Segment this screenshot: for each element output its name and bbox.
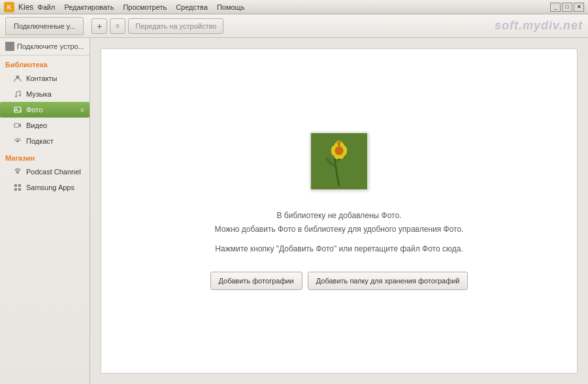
podcast-channel-label: Podcast Channel: [26, 168, 81, 176]
add-button[interactable]: +: [91, 18, 107, 34]
content-hint: Нажмите кнопку "Добавить Фото" или перет…: [215, 242, 464, 255]
contacts-label: Контакты: [26, 74, 57, 82]
content-text: В библиотеку не добавлены Фото. Можно до…: [215, 209, 464, 255]
watermark: soft.mydiv.net: [495, 19, 583, 33]
sidebar-item-podcast-channel[interactable]: Podcast Channel: [0, 164, 90, 180]
photo-icon: [13, 105, 22, 114]
photo-list-icon: ≡: [80, 106, 84, 114]
podcast-label: Подкаст: [26, 137, 54, 145]
sidebar-device[interactable]: Подключите устро...: [0, 38, 90, 56]
connected-tab[interactable]: Подключенные у...: [5, 17, 84, 35]
transfer-button[interactable]: Передать на устройство: [128, 18, 223, 34]
svg-point-6: [16, 140, 19, 142]
library-section-title: Библиотека: [0, 56, 90, 71]
svg-point-24: [338, 140, 340, 142]
video-icon: [13, 121, 22, 130]
add-photos-button[interactable]: Добавить фотографии: [210, 272, 302, 290]
samsung-apps-label: Samsung Apps: [26, 184, 74, 191]
content-text-line1: В библиотеку не добавлены Фото.: [215, 209, 464, 222]
menu-tools[interactable]: Средства: [176, 3, 208, 11]
svg-rect-8: [14, 184, 17, 187]
sidebar-item-podcast[interactable]: Подкаст: [0, 133, 90, 149]
sidebar-item-samsung-apps[interactable]: Samsung Apps: [0, 180, 90, 195]
podcast-icon: [13, 136, 22, 146]
svg-point-19: [335, 146, 343, 155]
menu-help[interactable]: Помощь: [217, 3, 245, 11]
svg-rect-10: [14, 188, 17, 191]
app-name: Kies: [18, 3, 33, 12]
menu-view[interactable]: Просмотреть: [123, 3, 167, 11]
minimize-button[interactable]: _: [550, 3, 561, 12]
svg-rect-11: [18, 188, 21, 191]
svg-point-1: [15, 95, 17, 97]
store-section-title: Магазин: [0, 149, 90, 164]
sidebar-item-photo[interactable]: Фото ≡: [0, 102, 90, 118]
svg-point-23: [336, 141, 338, 143]
flower-image: [310, 132, 368, 191]
toolbar: Подключенные у... + ≡ Передать на устрой…: [0, 14, 588, 38]
add-folder-button[interactable]: Добавить папку для хранения фотографий: [308, 272, 468, 290]
video-label: Видео: [26, 121, 47, 129]
content-text-line2: Можно добавить Фото в библиотеку для удо…: [215, 223, 464, 236]
svg-point-2: [19, 95, 21, 97]
svg-rect-3: [14, 107, 21, 112]
title-bar-left: K Kies Файл Редактировать Просмотреть Ср…: [4, 2, 244, 12]
menu-edit[interactable]: Редактировать: [64, 3, 114, 11]
device-label: Подключите устро...: [17, 42, 84, 50]
samsung-apps-icon: [13, 183, 22, 192]
sidebar-item-music[interactable]: Музыка: [0, 86, 90, 102]
menu-file[interactable]: Файл: [37, 3, 55, 11]
photo-label: Фото: [26, 106, 42, 114]
maximize-button[interactable]: □: [562, 3, 572, 12]
content-panel: В библиотеку не добавлены Фото. Можно до…: [101, 48, 578, 374]
title-bar: K Kies Файл Редактировать Просмотреть Ср…: [0, 0, 588, 14]
svg-rect-5: [14, 123, 19, 127]
window-controls: _ □ ✕: [550, 3, 584, 12]
sidebar-item-contacts[interactable]: Контакты: [0, 71, 90, 86]
menu-bar: Файл Редактировать Просмотреть Средства …: [37, 3, 244, 11]
contacts-icon: [13, 74, 22, 83]
app-icon: K: [4, 2, 14, 12]
music-label: Музыка: [26, 90, 52, 98]
content-area: В библиотеку не добавлены Фото. Можно до…: [90, 38, 588, 384]
list-view-button[interactable]: ≡: [110, 18, 125, 34]
music-icon: [13, 89, 22, 99]
podcast-channel-icon: [13, 167, 22, 176]
sidebar-item-video[interactable]: Видео: [0, 118, 90, 133]
sidebar: Подключите устро... Библиотека Контакты …: [0, 38, 90, 384]
device-icon: [5, 42, 14, 51]
svg-rect-9: [18, 184, 21, 187]
svg-point-25: [340, 141, 342, 143]
svg-point-7: [16, 171, 19, 174]
content-buttons: Добавить фотографии Добавить папку для х…: [210, 272, 468, 290]
main-layout: Подключите устро... Библиотека Контакты …: [0, 38, 588, 384]
close-button[interactable]: ✕: [574, 3, 584, 12]
